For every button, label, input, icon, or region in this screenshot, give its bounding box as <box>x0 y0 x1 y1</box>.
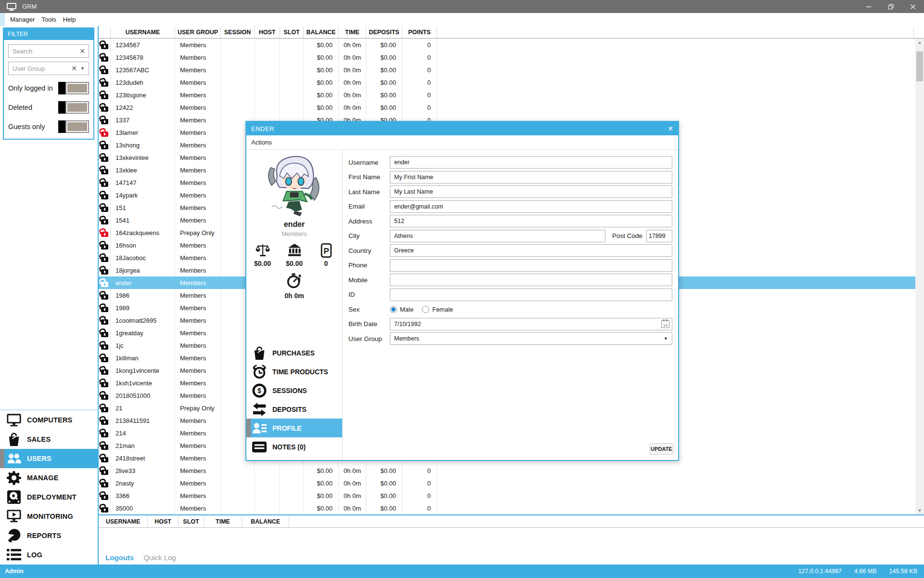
update-button[interactable]: UPDATE <box>650 443 673 455</box>
menu-item-manager[interactable]: Manager <box>7 16 38 23</box>
dialog-button-purchases[interactable]: PURCHASES <box>246 343 342 362</box>
host-cell <box>255 101 280 114</box>
field-last-name-input[interactable] <box>390 185 672 198</box>
search-input[interactable]: Search ✕ <box>8 44 89 58</box>
time-stat: 0h 0m <box>246 272 342 300</box>
sidebar-item-sales[interactable]: SALES <box>0 430 98 449</box>
tab-quick-log[interactable]: Quick Log <box>143 553 176 562</box>
logouts-column-header-host[interactable]: HOST <box>148 515 179 527</box>
vertical-scrollbar[interactable]: ▲ ▼ <box>915 39 924 514</box>
unlock-icon <box>101 294 108 300</box>
field-birth-date-input[interactable] <box>390 318 672 330</box>
toggle-switch-deleted[interactable] <box>58 101 89 114</box>
dialog-button-notes-0-[interactable]: NOTES (0) <box>246 437 342 456</box>
dialog-button-time-products[interactable]: TIME PRODUCTS <box>246 362 342 381</box>
column-header-host[interactable]: HOST <box>255 26 280 38</box>
sidebar-item-log[interactable]: LOG <box>0 545 98 565</box>
field-city-input[interactable] <box>390 230 605 242</box>
field-address-input[interactable] <box>390 215 672 227</box>
sidebar-item-label: LOG <box>27 551 42 559</box>
minimize-button[interactable] <box>858 0 880 13</box>
menu-item-help[interactable]: Help <box>60 16 79 23</box>
form-row-user-group: User GroupMembers▼ <box>348 332 672 345</box>
user-group-cell: Members <box>175 239 221 251</box>
close-button[interactable] <box>902 0 924 13</box>
lock-cell <box>99 126 111 139</box>
user-group-filter-dropdown[interactable]: User Group ✕ ▼ <box>8 62 89 75</box>
sidebar-item-reports[interactable]: REPORTS <box>0 526 98 545</box>
column-header-user-group[interactable]: USER GROUP <box>175 26 221 38</box>
restore-button[interactable] <box>880 0 902 13</box>
sex-option-male[interactable]: Male <box>390 306 413 313</box>
radio-unselected-icon[interactable] <box>422 306 429 313</box>
radio-selected-icon[interactable] <box>390 306 397 313</box>
user-row[interactable]: 12422Members$0.000h 0m$0.000 <box>99 101 924 114</box>
field-country-input[interactable] <box>390 244 672 257</box>
field-id-input[interactable] <box>390 289 672 301</box>
unlock-icon <box>101 495 108 500</box>
toggle-switch-only-logged-in[interactable] <box>58 82 89 94</box>
scrollbar-thumb[interactable] <box>916 52 923 81</box>
dialog-close-icon[interactable]: ✕ <box>667 125 673 132</box>
username-cell: 14ypark <box>111 189 175 201</box>
sidebar-item-manage[interactable]: MANAGE <box>0 468 98 487</box>
user-row[interactable]: 123dudehMembers$0.000h 0m$0.000 <box>99 76 924 89</box>
chevron-down-icon: ▼ <box>664 336 668 341</box>
search-clear-icon[interactable]: ✕ <box>76 47 89 55</box>
user-row[interactable]: 12345678Members$0.000h 0m$0.000 <box>99 51 924 64</box>
toggle-switch-guests-only[interactable] <box>58 120 89 133</box>
user-row[interactable]: 1234567Members$0.000h 0m$0.000 <box>99 39 924 51</box>
sidebar-item-monitoring[interactable]: MONITORING <box>0 507 98 526</box>
field-email-input[interactable] <box>390 200 672 213</box>
dialog-header[interactable]: ENDER ✕ <box>246 122 678 135</box>
points-cell: 0 <box>402 464 437 477</box>
calendar-icon[interactable]: 14 <box>661 320 669 328</box>
user-row[interactable]: 2live33Members$0.000h 0m$0.000 <box>99 464 924 477</box>
logouts-column-header-balance[interactable]: BALANCE <box>242 515 289 527</box>
field-phone-input[interactable] <box>390 259 672 272</box>
sidebar-item-deployment[interactable]: DEPLOYMENT <box>0 487 98 507</box>
tab-logouts[interactable]: Logouts <box>105 553 134 562</box>
user-group-clear-icon[interactable]: ✕ <box>68 65 80 72</box>
unlock-icon <box>101 357 108 362</box>
actions-menu[interactable]: Actions <box>251 139 272 146</box>
username-cell: 21 <box>111 402 175 414</box>
dialog-button-deposits[interactable]: DEPOSITS <box>246 400 342 419</box>
user-group-cell: Members <box>175 389 221 402</box>
sex-option-female[interactable]: Female <box>422 306 453 313</box>
logouts-column-header-username[interactable]: USERNAME <box>99 515 148 527</box>
column-header-balance[interactable]: BALANCE <box>304 26 339 38</box>
logouts-column-header-slot[interactable]: SLOT <box>179 515 204 527</box>
sidebar-item-computers[interactable]: COMPUTERS <box>0 410 98 430</box>
field-postcode-input[interactable] <box>646 230 672 242</box>
user-row[interactable]: 2nastyMembers$0.000h 0m$0.000 <box>99 477 924 489</box>
dialog-button-profile[interactable]: PROFILE <box>246 419 342 437</box>
column-header-deposits[interactable]: DEPOSITS <box>366 26 402 38</box>
column-header-username[interactable]: USERNAME <box>111 26 175 38</box>
menu-item-tools[interactable]: Tools <box>38 16 59 23</box>
logouts-column-header-time[interactable]: TIME <box>204 515 242 527</box>
column-header-points[interactable]: POINTS <box>402 26 437 38</box>
field-user-group-select[interactable]: Members▼ <box>390 332 672 345</box>
field-mobile-input[interactable] <box>390 274 672 286</box>
filter-toggle-row: Deleted <box>8 101 89 114</box>
user-row[interactable]: 3366Members$0.000h 0m$0.000 <box>99 489 924 502</box>
user-row[interactable]: 123567ABCMembers$0.000h 0m$0.000 <box>99 64 924 76</box>
field-first-name-input[interactable] <box>390 171 672 184</box>
dialog-button-sessions[interactable]: $SESSIONS <box>246 381 342 400</box>
user-group-cell: Members <box>175 164 221 176</box>
user-row[interactable]: 123itsgoneMembers$0.000h 0m$0.000 <box>99 89 924 101</box>
user-group-cell: Members <box>175 39 221 51</box>
chevron-down-icon[interactable]: ▼ <box>80 66 89 71</box>
column-header-session[interactable]: SESSION <box>221 26 255 38</box>
user-row[interactable]: 35000Members$0.000h 0m$0.000 <box>99 502 924 514</box>
dialog-button-label: PURCHASES <box>272 349 315 357</box>
scroll-up-icon[interactable]: ▲ <box>915 39 924 46</box>
sidebar-item-label: MONITORING <box>27 512 73 520</box>
purchases-icon <box>251 345 268 361</box>
scroll-down-icon[interactable]: ▼ <box>915 507 924 514</box>
column-header-slot[interactable]: SLOT <box>280 26 304 38</box>
column-header-time[interactable]: TIME <box>339 26 366 38</box>
field-username-input[interactable] <box>390 156 672 169</box>
sidebar-item-users[interactable]: USERS <box>0 449 98 468</box>
